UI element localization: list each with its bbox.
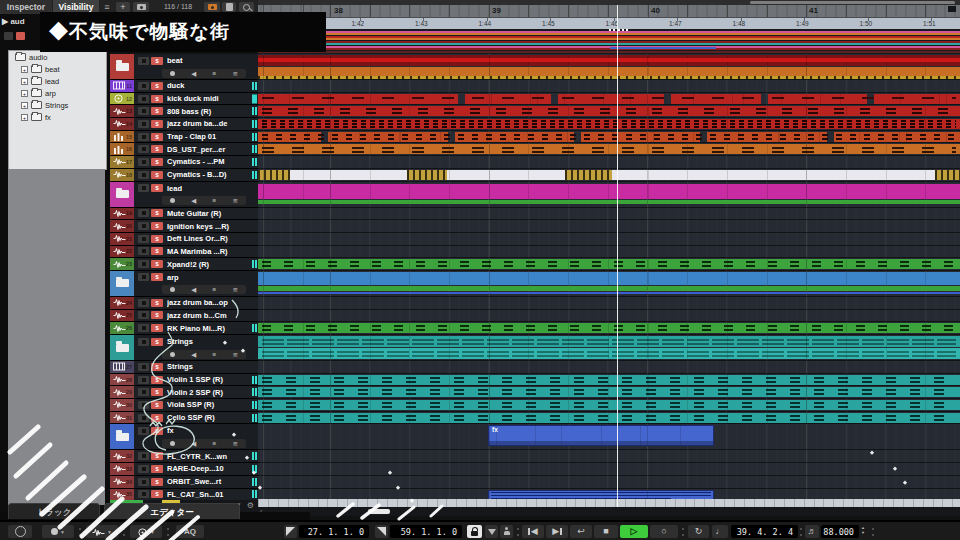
solo-button[interactable]: s: [151, 388, 163, 396]
track-row-29[interactable]: 29sViolin 2 SSP (R): [110, 386, 258, 399]
track-row-15[interactable]: 15sTrap - Clap 01: [110, 131, 258, 144]
solo-button[interactable]: [16, 32, 25, 40]
solo-button[interactable]: s: [151, 107, 163, 115]
tree-item-strings[interactable]: +Strings: [9, 99, 106, 111]
solo-button[interactable]: s: [151, 452, 163, 460]
folder-track-fx[interactable]: sfx◀≡≋: [110, 424, 258, 450]
mute-button[interactable]: [138, 273, 149, 281]
aq-button[interactable]: AQ: [176, 525, 204, 538]
solo-button[interactable]: s: [151, 465, 163, 473]
mute-button[interactable]: [138, 222, 149, 230]
track-row-26[interactable]: 26sRK Piano Mi...R): [110, 322, 258, 335]
play-button[interactable]: ▷: [620, 525, 648, 538]
punch-in-icon[interactable]: [485, 525, 498, 538]
punch-out-icon[interactable]: [500, 525, 513, 538]
record-enable-icon[interactable]: [170, 441, 175, 446]
arrangement-lane-rk-piano-mi-r-[interactable]: [258, 322, 960, 335]
solo-button[interactable]: s: [151, 247, 163, 255]
arrangement-lane-jazz-drum-ba-op[interactable]: [258, 297, 960, 310]
project-overview-strip[interactable]: [258, 29, 960, 54]
mute-button[interactable]: [138, 478, 149, 486]
solo-button[interactable]: s: [151, 363, 163, 371]
arrangement-lane-trap-clap-01[interactable]: [258, 131, 960, 144]
metronome-button[interactable]: [8, 525, 32, 538]
solo-button[interactable]: s: [151, 120, 163, 128]
mute-button[interactable]: [138, 158, 149, 166]
arrangement-lane-mute-guitar-r-[interactable]: [258, 208, 960, 221]
retrospective-button[interactable]: ↩: [570, 525, 592, 538]
scrollbar-thumb[interactable]: [750, 1, 955, 4]
solo-button[interactable]: s: [151, 95, 163, 103]
solo-button[interactable]: s: [151, 57, 163, 65]
freeze-icon[interactable]: ≋: [232, 196, 237, 205]
solo-button[interactable]: s: [151, 82, 163, 90]
track-row-16[interactable]: 16sDS_UST_per...er: [110, 143, 258, 156]
folder-controls[interactable]: ◀≡≋: [162, 69, 246, 78]
record-enable-icon[interactable]: [170, 71, 175, 76]
lanes-icon[interactable]: ≡: [212, 285, 216, 294]
track-row-35[interactable]: 35sFL_CAT_Sn...01: [110, 489, 258, 501]
mute-button[interactable]: [138, 324, 149, 332]
playhead-cursor[interactable]: [617, 5, 618, 507]
track-row-13[interactable]: 13s808 bass (R): [110, 105, 258, 118]
solo-button[interactable]: s: [151, 427, 163, 435]
tab-editor[interactable]: エディター: [104, 503, 240, 519]
arrangement-lane-cymatics-b-d-[interactable]: [258, 169, 960, 182]
track-row-30[interactable]: 30sViola SSP (R): [110, 399, 258, 412]
audio-mode-button[interactable]: ▼: [86, 525, 118, 538]
mute-button[interactable]: [4, 32, 13, 40]
folder-controls[interactable]: ◀≡≋: [162, 285, 246, 294]
arrangement-lane-beat[interactable]: [258, 54, 960, 80]
tree-item-lead[interactable]: +lead: [9, 75, 106, 87]
mute-button[interactable]: [138, 427, 149, 435]
drum-mode-button[interactable]: ▼: [130, 525, 162, 538]
solo-button[interactable]: s: [151, 311, 163, 319]
folder-controls[interactable]: ◀≡≋: [162, 350, 246, 359]
lanes-icon[interactable]: ≡: [212, 69, 216, 78]
lanes-icon[interactable]: ≡: [212, 196, 216, 205]
mute-button[interactable]: [138, 57, 149, 65]
arrangement-lane-rare-deep-10[interactable]: [258, 463, 960, 476]
solo-button[interactable]: s: [151, 478, 163, 486]
arrangement-lane-fl-cat-sn-01[interactable]: [258, 489, 960, 500]
track-row-22[interactable]: 22sMA Marimba ...R): [110, 246, 258, 259]
folder-controls[interactable]: ◀≡≋: [162, 439, 246, 448]
track-row-31[interactable]: 31sCello SSP (R): [110, 412, 258, 425]
solo-button[interactable]: s: [151, 260, 163, 268]
arrangement-lane-violin-2-ssp-r-[interactable]: [258, 386, 960, 399]
lanes-icon[interactable]: ≡: [212, 350, 216, 359]
tab-track[interactable]: トラック: [8, 503, 100, 519]
mute-button[interactable]: [138, 235, 149, 243]
arrangement-lane-duck[interactable]: [258, 80, 960, 93]
lanes-icon[interactable]: ≡: [212, 439, 216, 448]
solo-button[interactable]: s: [151, 299, 163, 307]
arrangement-lane-orbit-swe-rt[interactable]: [258, 476, 960, 489]
mute-button[interactable]: [138, 311, 149, 319]
track-row-33[interactable]: 33sRARE-Deep...10: [110, 463, 258, 476]
mute-button[interactable]: [138, 260, 149, 268]
right-locator-display[interactable]: 59. 1. 1. 0: [390, 525, 462, 538]
solo-button[interactable]: s: [151, 145, 163, 153]
arrangement-lane-808-bass-r-[interactable]: [258, 105, 960, 118]
track-row-19[interactable]: 19sMute Guitar (R): [110, 208, 258, 221]
mute-button[interactable]: [138, 452, 149, 460]
position-note-icon[interactable]: ♩: [712, 525, 728, 538]
mute-button[interactable]: [138, 299, 149, 307]
solo-button[interactable]: s: [151, 414, 163, 422]
arrangement-lane-lead[interactable]: [258, 182, 960, 208]
mute-button[interactable]: [138, 414, 149, 422]
mute-button[interactable]: [138, 133, 149, 141]
tree-item-beat[interactable]: +beat: [9, 63, 106, 75]
expand-icon[interactable]: +: [21, 78, 28, 85]
record-enable-icon[interactable]: [170, 352, 175, 357]
mute-button[interactable]: [138, 171, 149, 179]
go-to-end-button[interactable]: ▶: [546, 525, 568, 538]
scrollbar-thumb[interactable]: [368, 509, 390, 514]
solo-button[interactable]: s: [151, 158, 163, 166]
expand-icon[interactable]: +: [21, 114, 28, 121]
solo-button[interactable]: s: [151, 133, 163, 141]
arrangement-lane-cello-ssp-r-[interactable]: [258, 412, 960, 425]
arrangement-lane-strings[interactable]: [258, 335, 960, 361]
mute-button[interactable]: [138, 95, 149, 103]
solo-button[interactable]: s: [151, 490, 163, 498]
